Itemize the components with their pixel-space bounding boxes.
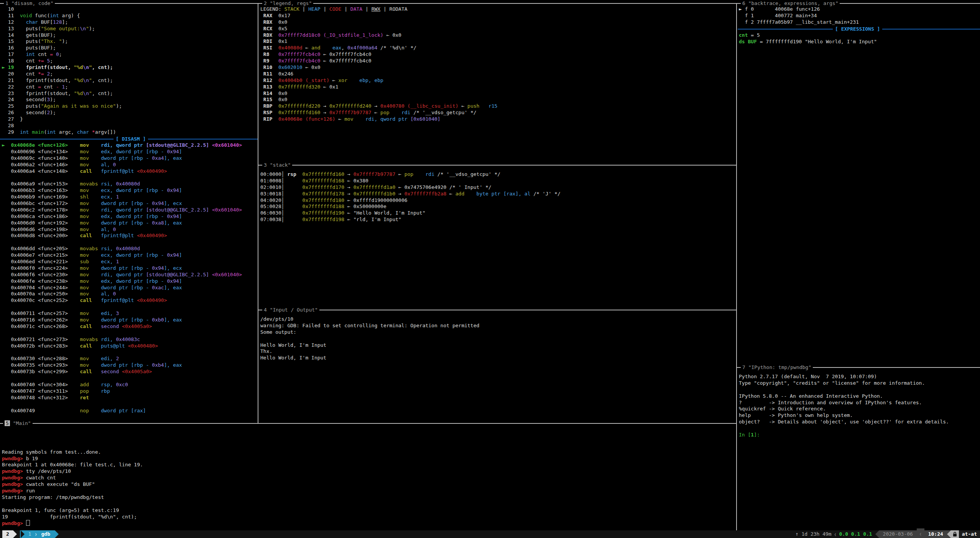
terminal-line xyxy=(2,330,242,336)
terminal-line: IPython 5.8.0 -- An enhanced Interactive… xyxy=(739,393,949,400)
terminal-line: 29 int main(int argc, char *argv[]) xyxy=(2,129,122,136)
terminal-line: object? -> Details about 'object', use '… xyxy=(739,419,949,425)
terminal-line xyxy=(2,436,143,443)
terminal-line: 19 fprintf(stdout, "%d\n", cnt); xyxy=(2,514,143,520)
terminal-line: 21 fprintf(stdout, "%d\n", cnt); xyxy=(2,77,122,84)
terminal-line: 0x40072b <func+283> call puts@plt <0x400… xyxy=(2,343,242,349)
terminal-line: 0x400704 <func+244> mov dword ptr [rbp -… xyxy=(2,285,242,291)
terminal-line: 10 xyxy=(2,6,122,13)
ipython-banner: Python 2.7.17 (default, Nov 7 2019, 10:0… xyxy=(739,374,949,438)
terminal-line: Breakpoint 1, func (arg=5) at test.c:19 xyxy=(2,507,143,514)
terminal-line xyxy=(739,387,949,393)
terminal-line: 04:0020│ 0x7fffffffd180 ← 0xffffd1900000… xyxy=(260,197,561,204)
terminal-line: Breakpoint 1 at 0x40068e: file test.c, l… xyxy=(2,462,143,468)
pane-main-gdb[interactable]: Reading symbols from test...done.pwndbg>… xyxy=(0,424,736,530)
terminal-line: 28 xyxy=(2,123,122,129)
terminal-line: Type "copyright", "credits" or "license"… xyxy=(739,380,949,387)
window-tab-gdb[interactable]: 1 › gdb xyxy=(20,530,55,538)
program-output: /dev/pts/10warning: GDB: Failed to set c… xyxy=(260,316,479,361)
terminal-line: pwndbg> xyxy=(2,520,143,527)
pane-stack[interactable]: 00:0000│ rsp 0x7fffffffd160 → 0x7ffff7b9… xyxy=(259,166,736,310)
terminal-line xyxy=(739,425,949,432)
terminal-line: 0x400735 <func+293> mov dword ptr [rbp -… xyxy=(2,362,242,369)
pane-legend-regs[interactable]: LEGEND: STACK | HEAP | CODE | DATA | RWX… xyxy=(259,0,736,165)
terminal-line xyxy=(2,349,242,356)
terminal-line: 23 fprintf(stdout, "%d\n", cnt); xyxy=(2,90,122,97)
terminal-line: 0x4006d8 <func+200> call fprintf@plt <0x… xyxy=(2,233,242,239)
terminal-line: Thx. xyxy=(260,348,479,355)
terminal-line xyxy=(2,501,143,507)
status-date: 2020-03-06 xyxy=(879,530,917,538)
chevron-separator-icon: ‹ xyxy=(832,530,839,538)
terminal-line: 0x400740 <func+304> add rsp, 0xc0 xyxy=(2,382,242,388)
terminal-line: 0x400721 <func+273> movabs rdi, 0x40083c xyxy=(2,336,242,343)
lock-badge xyxy=(951,530,959,538)
terminal-line xyxy=(2,401,242,408)
terminal-line: 0x400747 <func+311> pop rbp xyxy=(2,388,242,395)
terminal-line: pwndbg> tty /dev/pts/10 xyxy=(2,468,143,475)
terminal-line: 27 } xyxy=(2,116,122,123)
terminal-line: R14 0x0 xyxy=(260,90,497,97)
terminal-line: 0x400748 <func+312> ret xyxy=(2,395,242,401)
terminal-line: RIP 0x40068e (func+126) ← mov rdi, qword… xyxy=(260,116,497,123)
terminal-line: 16 puts(BUF); xyxy=(2,45,122,51)
powerline-arrow xyxy=(13,530,17,538)
terminal-line xyxy=(2,239,242,246)
terminal-line: RDI 0x1 xyxy=(260,38,497,45)
terminal-line: Reading symbols from test...done. xyxy=(2,449,143,456)
terminal-line: R11 0x246 xyxy=(260,71,497,77)
terminal-line: RDX 0x7ffff7dd18c0 (_IO_stdfile_1_lock) … xyxy=(260,32,497,39)
terminal-line: 00:0000│ rsp 0x7fffffffd160 → 0x7ffff7b9… xyxy=(260,171,561,178)
terminal-line: 20 cnt *= 2; xyxy=(2,71,122,77)
pane-ipython[interactable]: Python 2.7.17 (default, Nov 7 2019, 10:0… xyxy=(738,368,980,530)
status-time: 10:24 xyxy=(924,530,947,538)
terminal-line: 0x40073b <func+299> call second <0x4005a… xyxy=(2,369,242,375)
window-separator: › xyxy=(35,529,38,538)
terminal-line: LEGEND: STACK | HEAP | CODE | DATA | RWX… xyxy=(260,6,497,13)
stack-rows: 00:0000│ rsp 0x7fffffffd160 → 0x7ffff7b9… xyxy=(260,171,561,223)
terminal-line: 13 puts("Some output:\n"); xyxy=(2,26,122,32)
terminal-line: 0x40071c <func+268> call second <0x4005a… xyxy=(2,323,242,330)
terminal-line: Python 2.7.17 (default, Nov 7 2019, 10:0… xyxy=(739,374,949,380)
terminal-line: 24 second(3); xyxy=(2,97,122,103)
terminal-line: 0x4006d6 <func+198> mov al, 0 xyxy=(2,226,242,233)
terminal-line: 0x4006dd <func+205> movabs rsi, 0x40080d xyxy=(2,246,242,252)
terminal-line: Some output: xyxy=(260,329,479,336)
terminal-line: 0x40070a <func+250> mov al, 0 xyxy=(2,291,242,297)
pane-disasm-code[interactable]: 10 11 void func(int arg) { 12 char BUF[1… xyxy=(0,0,258,423)
terminal-line: RSI 0x40080d ← and eax, 0x4f000a64 /* '%… xyxy=(260,45,497,51)
terminal-line: 0x400696 <func+134> mov edx, dword ptr [… xyxy=(2,149,242,155)
expressions-divider-label: [ EXPRESSIONS ] xyxy=(833,26,882,32)
terminal-line: 0x400716 <func+262> mov dword ptr [rbp -… xyxy=(2,317,242,323)
expressions: cnt = 5ds BUF = 7fffffffd190 "Hello Worl… xyxy=(739,32,877,45)
terminal-line: 22 cnt = cnt - 1; xyxy=(2,84,122,90)
terminal-line xyxy=(2,430,143,436)
terminal-line: 17 int cnt = 0; xyxy=(2,51,122,58)
session-badge[interactable]: 2 xyxy=(2,530,13,538)
terminal-line: 0x4006a4 <func+148> call fprintf@plt <0x… xyxy=(2,168,242,175)
pane-io[interactable]: /dev/pts/10warning: GDB: Failed to set c… xyxy=(259,310,736,423)
terminal-line: R9 0x7ffff7fcb4c0 ← 0x7ffff7fcb4c0 xyxy=(260,58,497,64)
terminal-line: ► 19 fprintf(stdout, "%d\n", cnt); xyxy=(2,64,122,71)
terminal-line: 0x4006c2 <func+178> mov rdi, qword ptr [… xyxy=(2,207,242,213)
tmux-status-bar: 2 1 › gdb ↑ 1d 23h 49m ‹ 0.0 0.1 0.1 202… xyxy=(0,530,980,538)
pane-backtrace[interactable]: ► f 0 40068e func+126 f 1 400772 main+34… xyxy=(738,0,980,367)
divider-left-middle xyxy=(258,3,258,423)
terminal-line: 0x40070c <func+252> call fprintf@plt <0x… xyxy=(2,297,242,304)
terminal-line: 0x4006ca <func+186> mov edx, dword ptr [… xyxy=(2,213,242,220)
gdb-log: Reading symbols from test...done.pwndbg>… xyxy=(2,430,143,527)
terminal-line: 0x4006b9 <func+169> shl ecx, 1 xyxy=(2,194,242,200)
terminal-line: 0x4006a9 <func+153> movabs rsi, 0x40080d xyxy=(2,181,242,187)
powerline-notch xyxy=(21,530,25,538)
terminal-line: RBP 0x7fffffffd220 → 0x7fffffffd240 → 0x… xyxy=(260,103,497,110)
terminal-line: ► f 0 40068e func+126 xyxy=(739,6,859,13)
terminal-line: 05:0028│ 0x7fffffffd188 ← 0x50000000e xyxy=(260,203,561,210)
terminal-line: f 1 400772 main+34 xyxy=(739,13,859,19)
terminal-line: ? -> Introduction and overview of IPytho… xyxy=(739,400,949,406)
terminal-line xyxy=(2,375,242,382)
source-code: 10 11 void func(int arg) { 12 char BUF[1… xyxy=(2,6,122,136)
powerline-arrow-left xyxy=(875,530,879,538)
terminal-line: R12 0x4004b0 (_start) ← xor ebp, ebp xyxy=(260,77,497,84)
terminal-line: 07:0038│ 0x7fffffffd198 ← "rld, I'm Inpu… xyxy=(260,217,561,223)
chevron-separator-icon: ‹ xyxy=(917,528,924,538)
